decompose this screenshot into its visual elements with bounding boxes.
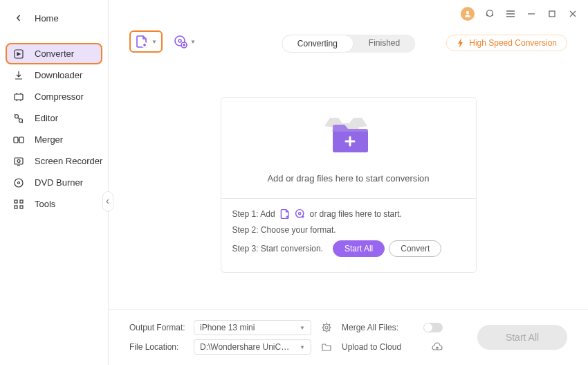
file-location-value: D:\Wondershare UniConverter 1 <box>200 342 290 352</box>
output-format-label: Output Format: <box>129 323 188 332</box>
svg-rect-22 <box>20 206 23 208</box>
lightning-icon <box>457 38 465 48</box>
sidebar-item-editor[interactable]: Editor <box>0 107 108 129</box>
merge-label: Merge All Files: <box>342 323 418 332</box>
compressor-icon <box>12 91 25 103</box>
svg-point-11 <box>15 114 19 118</box>
sidebar: Home Converter Downloader Compressor Edi… <box>0 0 109 365</box>
start-all-example-button: Start All <box>333 240 385 257</box>
add-dvd-icon <box>174 35 187 48</box>
tab-finished[interactable]: Finished <box>353 35 415 53</box>
step1-text-a: Step 1: Add <box>232 209 275 219</box>
upload-label: Upload to Cloud <box>342 342 418 352</box>
converter-icon <box>12 48 25 60</box>
tabs-group: Converting Finished <box>282 35 415 53</box>
downloader-icon <box>12 69 25 82</box>
step2-text: Step 2: Choose your format. <box>232 225 336 235</box>
home-button[interactable]: Home <box>0 6 108 30</box>
sidebar-item-tools[interactable]: Tools <box>0 193 108 215</box>
svg-rect-19 <box>15 200 17 203</box>
svg-point-25 <box>178 39 181 42</box>
step-1-row: Step 1: Add or drag files here to start. <box>232 208 465 220</box>
output-format-value: iPhone 13 mini <box>200 323 255 332</box>
cloud-upload-icon[interactable] <box>423 342 451 352</box>
footer-bar: Output Format: iPhone 13 mini ▼ Merge Al… <box>109 309 588 365</box>
drop-main-text: Add or drag files here to start conversi… <box>267 173 429 184</box>
svg-point-12 <box>19 118 23 122</box>
svg-point-18 <box>18 181 20 184</box>
svg-rect-13 <box>14 137 18 143</box>
high-speed-conversion-button[interactable]: High Speed Conversion <box>446 35 567 51</box>
add-file-button[interactable]: ▼ <box>129 30 163 53</box>
svg-rect-10 <box>15 94 23 100</box>
high-speed-label: High Speed Conversion <box>469 38 557 48</box>
step-2-row: Step 2: Choose your format. <box>232 225 465 235</box>
file-location-select[interactable]: D:\Wondershare UniConverter 1 ▼ <box>194 339 311 355</box>
sidebar-item-merger[interactable]: Merger <box>0 129 108 150</box>
drop-zone[interactable]: Add or drag files here to start conversi… <box>221 97 477 273</box>
folder-plus-icon <box>311 112 387 161</box>
svg-point-31 <box>325 326 328 329</box>
svg-rect-14 <box>19 137 24 143</box>
chevron-down-icon: ▼ <box>190 39 196 45</box>
back-icon <box>12 12 25 24</box>
add-file-icon <box>135 35 149 48</box>
svg-rect-20 <box>20 200 23 203</box>
chevron-down-icon: ▼ <box>300 344 305 350</box>
sidebar-item-label: Merger <box>35 134 63 145</box>
add-dvd-button[interactable]: ▼ <box>169 32 200 51</box>
step1-text-b: or drag files here to start. <box>310 209 402 219</box>
start-all-button[interactable]: Start All <box>477 325 567 350</box>
svg-rect-15 <box>15 158 23 164</box>
svg-point-28 <box>295 210 303 217</box>
merge-toggle[interactable] <box>423 323 443 332</box>
add-dvd-icon <box>295 208 306 220</box>
file-location-label: File Location: <box>129 342 188 352</box>
output-format-select[interactable]: iPhone 13 mini ▼ <box>194 320 311 335</box>
convert-example-button: Convert <box>389 240 441 257</box>
chevron-down-icon: ▼ <box>151 39 157 45</box>
svg-point-16 <box>17 159 20 162</box>
dvd-burner-icon <box>12 177 25 189</box>
open-folder-icon[interactable] <box>317 341 336 353</box>
sidebar-item-compressor[interactable]: Compressor <box>0 86 108 107</box>
sidebar-item-label: DVD Burner <box>35 177 83 188</box>
sidebar-item-label: Downloader <box>35 70 82 80</box>
svg-rect-21 <box>15 206 17 208</box>
sidebar-item-label: Tools <box>35 199 55 209</box>
step-3-row: Step 3: Start conversion. Start All Conv… <box>232 240 465 257</box>
step3-text: Step 3: Start conversion. <box>232 244 323 253</box>
settings-gear-icon[interactable] <box>317 322 336 333</box>
sidebar-item-label: Converter <box>35 48 74 59</box>
tab-converting[interactable]: Converting <box>282 35 353 53</box>
screen-recorder-icon <box>12 155 25 168</box>
editor-icon <box>12 112 25 125</box>
tools-icon <box>12 198 25 211</box>
sidebar-item-screen-recorder[interactable]: Screen Recorder <box>0 150 108 172</box>
svg-point-17 <box>15 179 23 187</box>
sidebar-item-dvd-burner[interactable]: DVD Burner <box>0 172 108 193</box>
merger-icon <box>12 134 25 146</box>
svg-point-29 <box>298 213 300 215</box>
sidebar-item-label: Compressor <box>35 91 84 102</box>
home-label: Home <box>35 13 59 24</box>
sidebar-item-label: Screen Recorder <box>35 156 102 166</box>
add-file-icon <box>279 208 291 220</box>
chevron-down-icon: ▼ <box>300 325 305 331</box>
sidebar-item-downloader[interactable]: Downloader <box>0 64 108 86</box>
sidebar-item-converter[interactable]: Converter <box>6 43 102 64</box>
sidebar-item-label: Editor <box>35 113 58 123</box>
